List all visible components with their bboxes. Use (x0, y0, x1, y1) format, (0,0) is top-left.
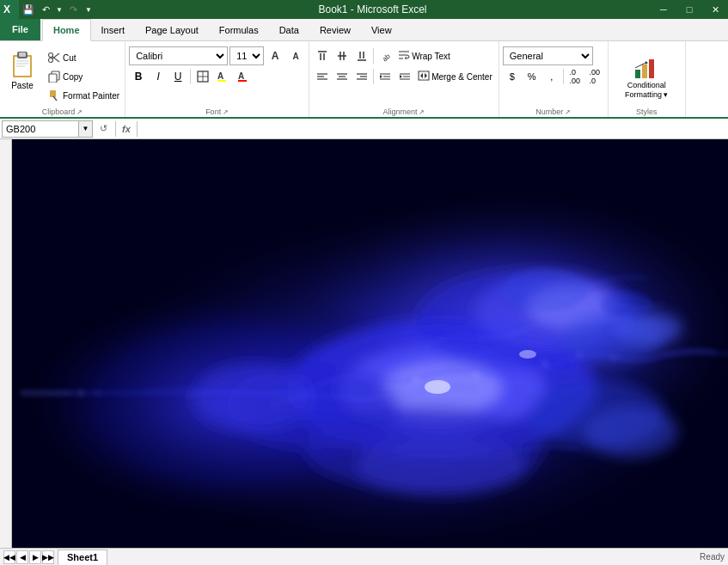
italic-btn[interactable]: I (149, 67, 168, 86)
comma-btn[interactable]: , (542, 67, 561, 86)
format-painter-label: Format Painter (63, 91, 119, 101)
decrease-indent-btn[interactable] (376, 67, 395, 86)
name-box-dropdown-btn[interactable]: ▼ (79, 120, 93, 138)
cut-label: Cut (63, 53, 76, 63)
clipboard-group-label[interactable]: Clipboard ↗ (2, 107, 123, 117)
spreadsheet-main[interactable] (12, 139, 728, 548)
sheet1-tab[interactable]: Sheet1 (58, 550, 107, 565)
formula-input[interactable] (139, 120, 726, 138)
restore-btn[interactable]: □ (676, 0, 702, 19)
formula-refresh-btn[interactable]: ↺ (95, 120, 112, 138)
bold-btn[interactable]: B (129, 67, 148, 86)
sheet-nav-left[interactable]: ◀◀ ◀ ▶ ▶▶ (0, 550, 58, 564)
copy-button[interactable]: Copy (45, 67, 123, 86)
increase-indent-btn[interactable] (395, 67, 414, 86)
orientation-btn[interactable]: ab (376, 46, 395, 65)
undo-quick-btn[interactable]: ↶ (38, 2, 53, 17)
svg-text:X: X (3, 3, 10, 15)
font-expand-icon[interactable]: ↗ (223, 108, 229, 116)
svg-rect-14 (49, 74, 57, 83)
save-quick-btn[interactable]: 💾 (21, 2, 36, 17)
tab-insert[interactable]: Insert (91, 20, 136, 40)
close-btn[interactable]: ✕ (702, 0, 728, 19)
tab-view[interactable]: View (361, 20, 402, 40)
font-size-select[interactable]: 11 (229, 46, 264, 65)
decrease-font-size-btn[interactable]: A (286, 46, 305, 65)
tab-home[interactable]: Home (42, 19, 91, 41)
first-sheet-btn[interactable]: ◀◀ (3, 550, 15, 564)
font-name-select[interactable]: Calibri (129, 46, 228, 65)
copy-icon (48, 71, 60, 83)
wrap-text-label: Wrap Text (412, 52, 450, 61)
conditional-formatting-btn[interactable]: ConditionalFormatting ▾ (612, 52, 681, 101)
svg-point-93 (425, 380, 450, 394)
align-middle-btn[interactable] (333, 46, 352, 65)
clipboard-expand-icon[interactable]: ↗ (76, 108, 83, 116)
align-top-btn[interactable] (313, 46, 332, 65)
merge-center-btn[interactable]: Merge & Center (415, 67, 495, 86)
tab-review[interactable]: Review (309, 20, 361, 40)
svg-text:A: A (238, 71, 244, 81)
name-box[interactable]: GB200 (2, 120, 79, 138)
number-group-label[interactable]: Number ↗ (503, 107, 604, 117)
row-numbers-column (0, 139, 12, 548)
tab-page-layout[interactable]: Page Layout (135, 20, 209, 40)
next-sheet-btn[interactable]: ▶ (29, 550, 41, 564)
minimize-btn[interactable]: ─ (651, 0, 676, 19)
underline-btn[interactable]: U (168, 67, 187, 86)
svg-point-87 (413, 378, 419, 383)
spreadsheet-area (0, 139, 728, 548)
fill-color-btn[interactable]: A (213, 67, 232, 86)
svg-marker-48 (380, 75, 382, 78)
border-btn[interactable] (193, 67, 212, 86)
cf-label: ConditionalFormatting ▾ (625, 81, 669, 100)
alignment-group: ab Wrap Text (309, 41, 499, 117)
alignment-expand-icon[interactable]: ↗ (419, 108, 425, 116)
align-bottom-btn[interactable] (352, 46, 371, 65)
font-color-btn[interactable]: A (233, 67, 252, 86)
svg-rect-21 (217, 80, 226, 82)
svg-rect-58 (635, 70, 640, 78)
file-tab[interactable]: File (0, 18, 40, 40)
paste-icon (7, 48, 38, 79)
svg-point-74 (193, 363, 313, 432)
decrease-decimal-btn[interactable]: .00.0 (585, 67, 604, 86)
undo-dropdown-btn[interactable]: ▼ (55, 2, 64, 17)
font-group: Calibri 11 A A B I U (125, 41, 309, 117)
number-expand-icon[interactable]: ↗ (565, 108, 571, 116)
wrap-text-btn[interactable]: Wrap Text (395, 46, 453, 65)
cut-button[interactable]: Cut (45, 48, 123, 67)
svg-text:ab: ab (381, 52, 391, 62)
svg-point-88 (543, 361, 548, 365)
paste-button[interactable]: Paste (2, 45, 43, 105)
svg-rect-59 (642, 64, 647, 78)
alignment-group-label[interactable]: Alignment ↗ (313, 107, 495, 117)
prev-sheet-btn[interactable]: ◀ (16, 550, 28, 564)
tab-data[interactable]: Data (269, 20, 309, 40)
svg-point-91 (502, 268, 588, 311)
cf-icon (633, 53, 660, 81)
align-right-btn[interactable] (352, 67, 371, 86)
currency-btn[interactable]: $ (503, 67, 522, 86)
customize-quick-access-btn[interactable]: ▼ (83, 2, 95, 17)
paste-label: Paste (11, 81, 34, 90)
font-group-label[interactable]: Font ↗ (129, 107, 305, 117)
increase-font-size-btn[interactable]: A (266, 46, 284, 65)
align-left-btn[interactable] (313, 67, 332, 86)
insert-function-btn[interactable]: fx (118, 120, 135, 138)
svg-point-92 (601, 292, 652, 317)
tab-formulas[interactable]: Formulas (209, 20, 269, 40)
number-format-select[interactable]: General (503, 46, 593, 65)
svg-rect-23 (238, 80, 247, 82)
format-painter-button[interactable]: Format Painter (45, 86, 123, 105)
formula-divider2 (137, 121, 138, 137)
percent-btn[interactable]: % (523, 67, 541, 86)
merge-center-label: Merge & Center (431, 72, 492, 82)
formula-divider (115, 121, 116, 137)
styles-group-label[interactable]: Styles (612, 107, 682, 117)
wrap-text-icon (398, 49, 410, 63)
redo-quick-btn[interactable]: ↷ (65, 2, 81, 17)
increase-decimal-btn[interactable]: .0.00 (566, 67, 584, 86)
align-center-btn[interactable] (333, 67, 352, 86)
last-sheet-btn[interactable]: ▶▶ (42, 550, 54, 564)
